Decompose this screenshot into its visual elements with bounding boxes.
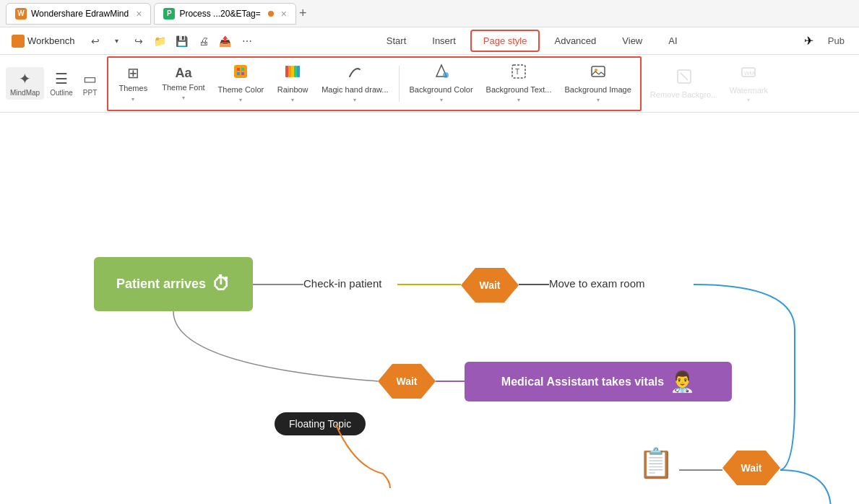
mindmap-tool[interactable]: ✦ MindMap xyxy=(6,67,44,100)
workbench-button[interactable]: Workbench xyxy=(6,32,81,51)
themes-label: Themes xyxy=(118,84,147,93)
wait-3-text: Wait xyxy=(741,462,761,474)
svg-rect-5 xyxy=(285,66,288,77)
svg-rect-7 xyxy=(291,66,294,77)
tab-advanced[interactable]: Advanced xyxy=(543,31,608,51)
menu-bar: Workbench ↩ ▾ ↪ 📁 💾 🖨 📤 ⋯ Start Insert P… xyxy=(0,27,859,55)
themes-button[interactable]: ⊞ Themes ▾ xyxy=(111,60,155,106)
theme-color-icon xyxy=(233,64,249,83)
rainbow-label: Rainbow xyxy=(277,85,308,95)
theme-color-label: Theme Color xyxy=(218,85,264,95)
outline-tool[interactable]: ☰ Outline xyxy=(46,67,77,100)
workbench-label: Workbench xyxy=(27,35,75,46)
svg-rect-8 xyxy=(294,66,297,77)
tab-1-close[interactable]: × xyxy=(136,8,142,19)
theme-font-chevron: ▾ xyxy=(182,95,185,101)
print-button[interactable]: 🖨 xyxy=(194,31,214,51)
ppt-icon: ▭ xyxy=(83,70,97,87)
full-toolbar: ✦ MindMap ☰ Outline ▭ PPT ⊞ Themes ▾ Aa … xyxy=(0,55,859,113)
open-folder[interactable]: 📁 xyxy=(150,31,170,51)
outline-label: Outline xyxy=(50,89,73,97)
svg-rect-14 xyxy=(592,66,605,77)
more-actions[interactable]: ⋯ xyxy=(237,31,257,51)
node-wait-2[interactable]: Wait xyxy=(378,364,436,399)
node-patient-arrives[interactable]: Patient arrives ⏱ xyxy=(94,257,253,311)
rainbow-chevron: ▾ xyxy=(291,97,294,103)
pub-button[interactable]: Pub xyxy=(819,32,853,49)
remove-bg-label: Remove Backgro... xyxy=(650,90,718,99)
theme-font-button[interactable]: Aa Theme Font ▾ xyxy=(156,61,210,105)
undo-button[interactable]: ↩ xyxy=(85,31,105,51)
theme-font-icon: Aa xyxy=(175,66,191,81)
bg-image-chevron: ▾ xyxy=(597,97,600,103)
bg-image-icon xyxy=(590,64,606,83)
remove-bg-icon xyxy=(676,69,692,88)
nav-tabs: Start Insert Page style Advanced View AI xyxy=(262,30,803,52)
node-move-exam[interactable]: Move to exam room xyxy=(549,277,645,290)
svg-text:WM: WM xyxy=(744,70,755,77)
magic-hand-label: Magic hand draw... xyxy=(321,85,388,95)
app-tab-1-label: Wondershare EdrawMind xyxy=(31,9,129,19)
svg-point-15 xyxy=(595,69,597,71)
add-tab-button[interactable]: + xyxy=(299,6,307,21)
watermark-icon: WM xyxy=(741,64,756,84)
tab-start[interactable]: Start xyxy=(375,31,418,51)
magic-hand-button[interactable]: Magic hand draw... ▾ xyxy=(316,59,394,108)
theme-color-button[interactable]: Theme Color ▾ xyxy=(212,59,270,108)
tab-ai[interactable]: AI xyxy=(657,31,689,51)
outline-icon: ☰ xyxy=(55,70,68,87)
bg-text-chevron: ▾ xyxy=(517,97,520,103)
workbench-icon xyxy=(12,35,25,48)
app-icon-1: W xyxy=(15,8,27,19)
tab-unsaved-dot xyxy=(268,11,274,17)
bg-color-chevron: ▾ xyxy=(440,97,443,103)
app-tab-1[interactable]: W Wondershare EdrawMind × xyxy=(6,3,151,25)
tab-page-style[interactable]: Page style xyxy=(470,30,540,52)
bg-color-button[interactable]: Background Color ▾ xyxy=(404,59,479,108)
svg-rect-6 xyxy=(288,66,291,77)
page-style-toolbar: ⊞ Themes ▾ Aa Theme Font ▾ Theme Color ▾ xyxy=(107,56,642,111)
export-button[interactable]: 📤 xyxy=(215,31,236,51)
bg-text-button[interactable]: T Background Text... ▾ xyxy=(480,59,558,108)
tab-view[interactable]: View xyxy=(610,31,654,51)
canvas-area[interactable]: Patient arrives ⏱ Check-in patient Wait … xyxy=(0,113,859,504)
tab-insert[interactable]: Insert xyxy=(420,31,467,51)
svg-rect-1 xyxy=(237,68,240,71)
svg-rect-3 xyxy=(237,72,240,75)
bg-color-icon xyxy=(433,64,449,83)
menu-actions: ↩ ▾ ↪ 📁 💾 🖨 📤 ⋯ xyxy=(85,31,257,51)
svg-line-17 xyxy=(681,73,688,80)
app-tab-2[interactable]: P Process ...20&ETag= × xyxy=(154,3,296,25)
medical-text: Medical Assistant takes vitals xyxy=(501,375,664,388)
mindmap-label: MindMap xyxy=(10,89,40,97)
wait-1-text: Wait xyxy=(479,279,500,291)
patient-arrives-text: Patient arrives xyxy=(116,277,206,292)
node-medical[interactable]: Medical Assistant takes vitals 👨‍⚕️ xyxy=(465,362,732,401)
node-wait-1[interactable]: Wait xyxy=(461,268,519,303)
node-wait-3[interactable]: Wait xyxy=(722,451,780,485)
magic-hand-icon xyxy=(347,64,363,83)
node-check-in[interactable]: Check-in patient xyxy=(303,277,381,290)
ppt-tool[interactable]: ▭ PPT xyxy=(79,67,101,100)
svg-rect-0 xyxy=(234,65,247,78)
divider-1 xyxy=(399,66,400,102)
floating-topic-text: Floating Topic xyxy=(289,418,351,430)
bg-image-button[interactable]: Background Image ▾ xyxy=(558,59,636,108)
ppt-label: PPT xyxy=(83,89,97,97)
tab-2-close[interactable]: × xyxy=(281,8,287,19)
svg-rect-4 xyxy=(241,72,244,75)
node-floating-topic[interactable]: Floating Topic xyxy=(275,412,366,435)
clipboard-icon: 📋 xyxy=(638,446,674,480)
save-button[interactable]: 💾 xyxy=(172,31,192,51)
bg-color-label: Background Color xyxy=(410,85,473,95)
theme-color-chevron: ▾ xyxy=(239,97,242,103)
rainbow-button[interactable]: Rainbow ▾ xyxy=(271,59,314,108)
watermark-button: WM Watermark ▾ xyxy=(723,60,774,108)
left-tools-section: ✦ MindMap ☰ Outline ▭ PPT xyxy=(3,67,104,100)
redo-button[interactable]: ↪ xyxy=(129,31,149,51)
mindmap-icon: ✦ xyxy=(19,70,31,87)
check-in-text: Check-in patient xyxy=(303,277,381,290)
remove-bg-button: Remove Backgro... xyxy=(644,64,724,103)
undo-dropdown[interactable]: ▾ xyxy=(107,31,127,51)
svg-rect-9 xyxy=(297,66,300,77)
